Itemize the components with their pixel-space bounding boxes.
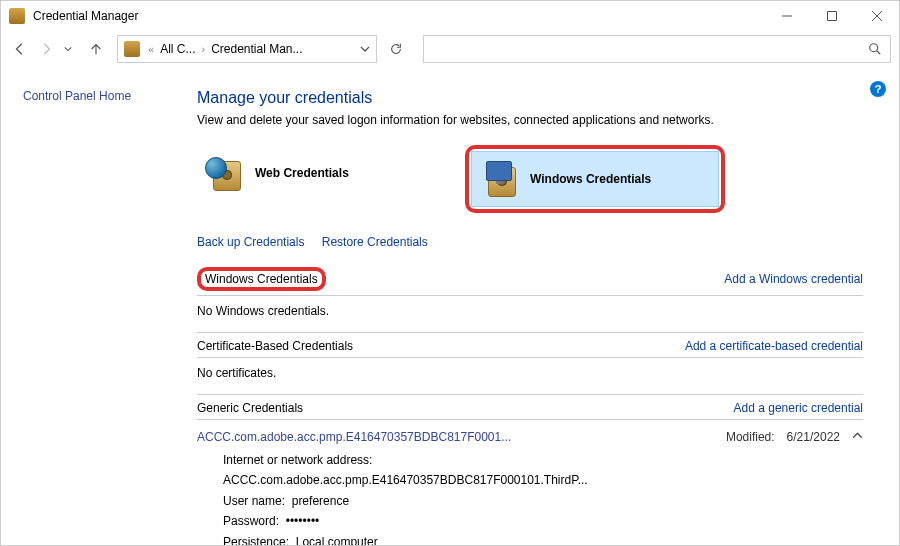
chevron-right-icon: › (199, 43, 207, 55)
web-credentials-label: Web Credentials (255, 166, 349, 180)
app-icon (9, 8, 25, 24)
generic-credentials-title: Generic Credentials (197, 401, 303, 415)
web-credentials-icon (207, 153, 247, 193)
credential-entry-details: Internet or network address: ACCC.com.ad… (197, 446, 863, 545)
credential-entry-row[interactable]: ACCC.com.adobe.acc.pmp.E416470357BDBC817… (197, 428, 863, 446)
certificate-credentials-section: Certificate-Based Credentials Add a cert… (197, 339, 863, 395)
breadcrumb[interactable]: « All C... › Credential Man... (117, 35, 377, 63)
windows-credentials-empty: No Windows credentials. (197, 302, 863, 333)
generic-credentials-body: ACCC.com.adobe.acc.pmp.E416470357BDBC817… (197, 426, 863, 545)
add-certificate-credential-link[interactable]: Add a certificate-based credential (685, 339, 863, 353)
generic-credentials-section: Generic Credentials Add a generic creden… (197, 401, 863, 545)
detail-username-value: preference (292, 494, 349, 508)
breadcrumb-icon (124, 41, 140, 57)
breadcrumb-dropdown-button[interactable] (356, 44, 374, 54)
search-icon (868, 42, 882, 56)
add-generic-credential-link[interactable]: Add a generic credential (734, 401, 863, 415)
sidebar: Control Panel Home ? (1, 67, 181, 545)
detail-address-label: Internet or network address: (223, 453, 372, 467)
svg-rect-1 (827, 12, 836, 21)
web-credentials-tab[interactable]: Web Credentials (197, 145, 445, 201)
detail-password-label: Password: (223, 514, 279, 528)
detail-password-value: •••••••• (286, 514, 320, 528)
restore-credentials-link[interactable]: Restore Credentials (322, 235, 428, 249)
certificate-credentials-empty: No certificates. (197, 364, 863, 395)
titlebar: Credential Manager (1, 1, 899, 31)
credential-actions: Back up Credentials Restore Credentials (197, 235, 863, 249)
windows-credentials-icon (482, 159, 522, 199)
main-content: Manage your credentials View and delete … (181, 67, 899, 545)
credential-modified-label: Modified: (726, 430, 775, 444)
detail-address-value: ACCC.com.adobe.acc.pmp.E416470357BDBC817… (223, 473, 588, 487)
backup-credentials-link[interactable]: Back up Credentials (197, 235, 304, 249)
help-icon[interactable]: ? (870, 81, 886, 97)
credential-entry-name: ACCC.com.adobe.acc.pmp.E416470357BDBC817… (197, 430, 511, 444)
recent-locations-button[interactable] (61, 45, 75, 53)
credential-modified-value: 6/21/2022 (787, 430, 840, 444)
detail-persistence-value: Local computer (296, 535, 378, 545)
windows-credentials-label: Windows Credentials (530, 172, 651, 186)
windows-credentials-tab[interactable]: Windows Credentials (471, 151, 719, 207)
refresh-button[interactable] (381, 35, 411, 63)
svg-point-4 (870, 44, 878, 52)
forward-button[interactable] (35, 38, 57, 60)
annotation-highlight: Windows Credentials (197, 267, 326, 291)
breadcrumb-overflow-icon[interactable]: « (146, 43, 156, 55)
window-title: Credential Manager (33, 9, 138, 23)
minimize-button[interactable] (764, 1, 809, 31)
detail-persistence-label: Persistence: (223, 535, 289, 545)
window-controls (764, 1, 899, 31)
window-root: Credential Manager « All C... › Credenti… (0, 0, 900, 546)
breadcrumb-current[interactable]: Credential Man... (209, 42, 304, 56)
svg-line-5 (877, 51, 881, 55)
body: Control Panel Home ? Manage your credent… (1, 67, 899, 545)
maximize-button[interactable] (809, 1, 854, 31)
back-button[interactable] (9, 38, 31, 60)
close-button[interactable] (854, 1, 899, 31)
search-input[interactable] (423, 35, 891, 63)
chevron-up-icon[interactable] (852, 430, 863, 444)
navbar: « All C... › Credential Man... (1, 31, 899, 67)
annotation-highlight: Windows Credentials (465, 145, 725, 213)
credential-tabs: Web Credentials Windows Credentials (197, 145, 863, 213)
page-subtext: View and delete your saved logon informa… (197, 113, 863, 127)
page-heading: Manage your credentials (197, 89, 863, 107)
breadcrumb-root[interactable]: All C... (158, 42, 197, 56)
up-button[interactable] (85, 38, 107, 60)
windows-credentials-section-title: Windows Credentials (205, 272, 318, 286)
windows-credentials-section: Windows Credentials Add a Windows creden… (197, 267, 863, 333)
control-panel-home-link[interactable]: Control Panel Home (23, 89, 131, 103)
certificate-credentials-title: Certificate-Based Credentials (197, 339, 353, 353)
add-windows-credential-link[interactable]: Add a Windows credential (724, 272, 863, 286)
detail-username-label: User name: (223, 494, 285, 508)
